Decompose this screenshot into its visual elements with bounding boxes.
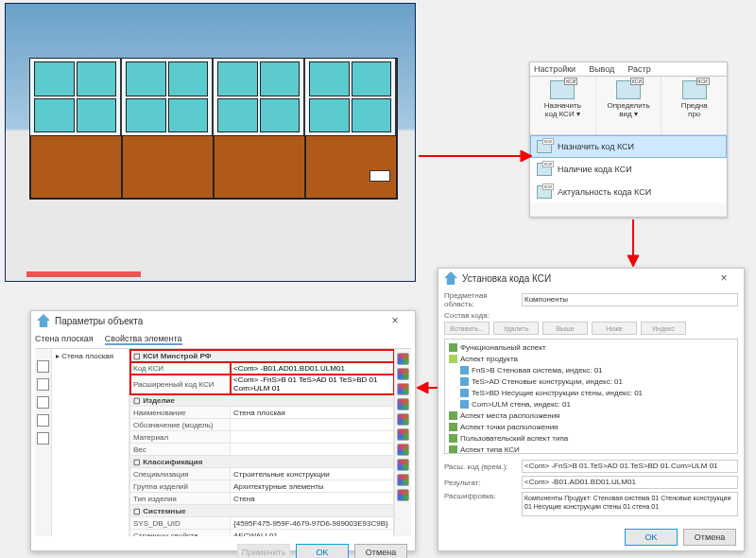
tool-icon[interactable] [397, 398, 409, 410]
ribbon-tab[interactable]: Вывод [589, 64, 614, 74]
domain-label: Предметная область: [444, 291, 518, 308]
dialog-icon [37, 314, 50, 327]
tool-icon[interactable] [37, 414, 49, 427]
close-icon[interactable]: × [381, 314, 409, 327]
tree-node[interactable]: TeS>AD Стеновые конструкции, индекс: 01 [449, 376, 733, 388]
menu-ksi-actual[interactable]: Актуальность кода КСИ [530, 181, 727, 203]
dialog-title: Установка кода КСИ [462, 273, 551, 284]
tree-node[interactable]: Аспект типа КСИ [449, 445, 733, 454]
ribbon-tab-row: Настройки Вывод Растр [530, 62, 727, 77]
dialog-title: Параметры объекта [55, 316, 143, 326]
ribbon-panel: Настройки Вывод Растр Назначитькод КСИ ▾… [529, 61, 728, 218]
tool-icon[interactable] [37, 396, 49, 409]
tool-icon[interactable] [397, 353, 409, 365]
tree-node[interactable]: Аспект места расположения [449, 410, 733, 422]
left-icon-strip [35, 349, 52, 536]
ribbon-btn-define-view[interactable]: Определитьвид ▾ [596, 77, 662, 134]
domain-select[interactable]: Компоненты [522, 293, 738, 306]
ribbon-btn-precheck[interactable]: Преднапро [662, 77, 727, 134]
model-3d-viewport[interactable] [5, 3, 416, 282]
tab-elem-props[interactable]: Свойства элемента [105, 334, 182, 345]
btn-up[interactable]: Выше [542, 322, 588, 335]
tree-node[interactable]: Аспект точки расположения [449, 422, 733, 433]
ksi-icon [537, 140, 552, 153]
close-icon[interactable]: × [710, 271, 738, 285]
ribbon-tab[interactable]: Растр [627, 64, 650, 74]
ksi-setup-dialog: Установка кода КСИ × Предметная область:… [438, 268, 745, 551]
tool-icon[interactable] [397, 459, 409, 471]
view-icon [616, 80, 641, 99]
ribbon-tab[interactable]: Настройки [534, 64, 576, 74]
ribbon-btn-assign-ksi[interactable]: Назначитькод КСИ ▾ [530, 77, 596, 134]
object-tree[interactable]: ▸ Стена плоская [52, 349, 129, 536]
tool-icon[interactable] [397, 368, 409, 380]
result-label: Результат: [444, 479, 518, 487]
btn-insert[interactable]: Вставить... [444, 322, 490, 335]
ribbon-dropdown: Назначить код КСИ Наличие кода КСИ Актуа… [530, 135, 727, 203]
tool-icon[interactable] [397, 474, 409, 486]
right-icon-strip [394, 349, 411, 536]
tool-icon[interactable] [37, 378, 49, 391]
object-params-dialog: Параметры объекта × Стена плоская Свойст… [30, 310, 416, 551]
menu-assign-ksi[interactable]: Назначить код КСИ [530, 135, 727, 158]
result-field: <Com> -B01.AD01.BD01.ULM01 [522, 476, 738, 489]
ksi-icon [550, 80, 575, 99]
ext-code-label: Расш. код (врем.): [444, 462, 518, 471]
tool-icon[interactable] [397, 489, 409, 501]
tree-node[interactable]: Пользовательский аспект типа [449, 433, 733, 445]
model-building [29, 58, 398, 200]
tree-node[interactable]: Аспект продукта [449, 354, 733, 365]
property-grid[interactable]: ▢ КСИ Минстрой РФ Код КСИ<Com> -B01.AD01… [129, 349, 394, 536]
btn-delete[interactable]: Удалить [493, 322, 539, 335]
ok-button[interactable]: OK [625, 529, 678, 546]
btn-down[interactable]: Ниже [592, 322, 637, 335]
flow-arrow-icon [417, 378, 438, 397]
tool-icon[interactable] [397, 444, 409, 456]
ok-button[interactable]: OK [296, 544, 349, 558]
compose-label: Состав кода: [444, 311, 738, 320]
tab-flat-wall[interactable]: Стена плоская [35, 334, 94, 345]
check-icon [682, 80, 707, 99]
svg-marker-3 [627, 255, 639, 267]
tool-icon[interactable] [37, 360, 49, 373]
tree-node[interactable]: Функциональный аспект [449, 342, 733, 354]
flow-arrow-icon [419, 147, 532, 166]
svg-marker-5 [417, 382, 428, 393]
flow-arrow-icon [624, 219, 643, 267]
tool-icon[interactable] [397, 413, 409, 426]
btn-index[interactable]: Индекс [641, 322, 686, 335]
tree-node[interactable]: FnS>B Стеновая система, индекс: 01 [449, 365, 733, 376]
decode-label: Расшифровка: [444, 492, 518, 500]
aspect-tree[interactable]: Функциональный аспектАспект продуктаFnS>… [444, 339, 738, 454]
tool-icon[interactable] [37, 432, 49, 445]
menu-ksi-presence[interactable]: Наличие кода КСИ [530, 158, 727, 181]
ksi-icon [537, 163, 552, 176]
tree-node[interactable]: Com>ULM стена, индекс: 01 [449, 399, 733, 410]
tree-node[interactable]: TeS>BD Несущие конструкции стены, индекс… [449, 388, 733, 399]
cancel-button[interactable]: Отмена [683, 529, 736, 546]
tool-icon[interactable] [397, 428, 409, 441]
cancel-button[interactable]: Отмена [354, 544, 407, 558]
ext-code-field[interactable]: <Com> -FnS>B 01.TeS>AD 01.TeS>BD 01.Com>… [522, 460, 738, 473]
tool-icon[interactable] [397, 383, 409, 395]
decode-field: Компоненты Продукт: Стеновая система 01 … [522, 492, 738, 516]
dialog-icon [444, 271, 457, 285]
apply-button: Применить [237, 544, 290, 558]
code-toolbar: Вставить... Удалить Выше Ниже Индекс [444, 322, 738, 335]
ksi-icon [537, 185, 552, 199]
